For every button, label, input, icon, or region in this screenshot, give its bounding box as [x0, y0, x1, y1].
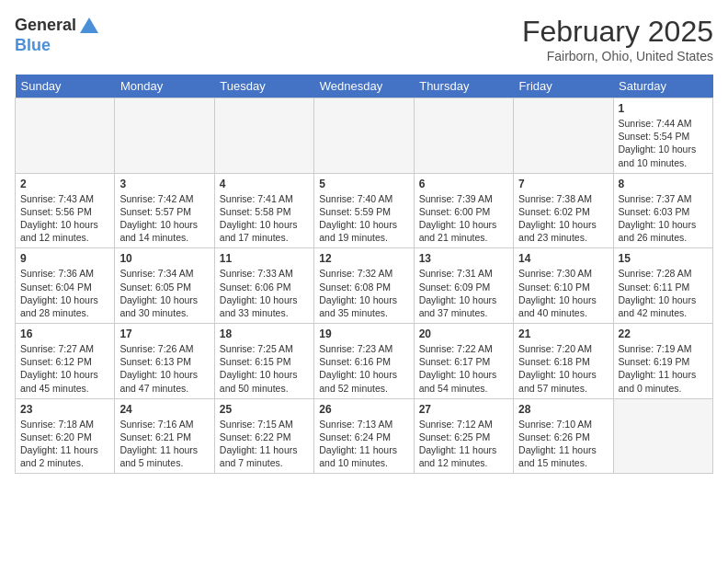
day-number: 9: [20, 252, 109, 265]
calendar-cell: 14Sunrise: 7:30 AM Sunset: 6:10 PM Dayli…: [514, 248, 613, 324]
day-info: Sunrise: 7:19 AM Sunset: 6:19 PM Dayligh…: [619, 342, 708, 395]
calendar-cell: 18Sunrise: 7:25 AM Sunset: 6:15 PM Dayli…: [214, 324, 313, 399]
day-info: Sunrise: 7:36 AM Sunset: 6:04 PM Dayligh…: [20, 267, 109, 319]
day-info: Sunrise: 7:26 AM Sunset: 6:13 PM Dayligh…: [119, 342, 209, 395]
day-number: 28: [518, 403, 608, 416]
header-wednesday: Wednesday: [314, 75, 414, 98]
day-info: Sunrise: 7:15 AM Sunset: 6:22 PM Dayligh…: [220, 418, 309, 470]
calendar-cell: 11Sunrise: 7:33 AM Sunset: 6:06 PM Dayli…: [214, 248, 313, 324]
month-title: February 2025: [522, 15, 713, 49]
calendar-cell: 4Sunrise: 7:41 AM Sunset: 5:58 PM Daylig…: [214, 173, 313, 248]
day-info: Sunrise: 7:22 AM Sunset: 6:17 PM Dayligh…: [419, 342, 508, 395]
day-info: Sunrise: 7:12 AM Sunset: 6:25 PM Dayligh…: [419, 418, 508, 470]
calendar-cell: 1Sunrise: 7:44 AM Sunset: 5:54 PM Daylig…: [613, 98, 712, 174]
calendar-week-4: 23Sunrise: 7:18 AM Sunset: 6:20 PM Dayli…: [16, 398, 713, 474]
day-info: Sunrise: 7:16 AM Sunset: 6:21 PM Dayligh…: [119, 418, 209, 470]
calendar-cell: 6Sunrise: 7:39 AM Sunset: 6:00 PM Daylig…: [414, 173, 513, 248]
day-number: 17: [119, 327, 209, 340]
calendar-week-3: 16Sunrise: 7:27 AM Sunset: 6:12 PM Dayli…: [16, 324, 713, 399]
day-number: 19: [319, 327, 408, 340]
calendar-table: SundayMondayTuesdayWednesdayThursdayFrid…: [15, 75, 713, 474]
calendar-cell: 17Sunrise: 7:26 AM Sunset: 6:13 PM Dayli…: [115, 324, 214, 399]
calendar-cell: 22Sunrise: 7:19 AM Sunset: 6:19 PM Dayli…: [613, 324, 712, 399]
calendar-cell: 15Sunrise: 7:28 AM Sunset: 6:11 PM Dayli…: [613, 248, 712, 324]
calendar-cell: 23Sunrise: 7:18 AM Sunset: 6:20 PM Dayli…: [16, 398, 115, 474]
day-info: Sunrise: 7:13 AM Sunset: 6:24 PM Dayligh…: [319, 418, 408, 470]
calendar-week-0: 1Sunrise: 7:44 AM Sunset: 5:54 PM Daylig…: [16, 98, 713, 174]
calendar-cell: 5Sunrise: 7:40 AM Sunset: 5:59 PM Daylig…: [314, 173, 414, 248]
header-friday: Friday: [514, 75, 613, 98]
day-number: 27: [419, 403, 508, 416]
day-number: 20: [419, 327, 508, 340]
logo-blue-text: Blue: [15, 37, 100, 55]
day-number: 6: [419, 178, 508, 190]
day-info: Sunrise: 7:25 AM Sunset: 6:15 PM Dayligh…: [220, 342, 309, 395]
day-info: Sunrise: 7:33 AM Sunset: 6:06 PM Dayligh…: [220, 267, 309, 319]
calendar-cell: 7Sunrise: 7:38 AM Sunset: 6:02 PM Daylig…: [514, 173, 613, 248]
day-info: Sunrise: 7:31 AM Sunset: 6:09 PM Dayligh…: [419, 267, 508, 319]
title-block: February 2025 Fairborn, Ohio, United Sta…: [522, 15, 713, 63]
calendar-cell: 8Sunrise: 7:37 AM Sunset: 6:03 PM Daylig…: [613, 173, 712, 248]
day-number: 24: [119, 403, 209, 416]
calendar-cell: 24Sunrise: 7:16 AM Sunset: 6:21 PM Dayli…: [115, 398, 214, 474]
logo-general-text: General: [15, 17, 76, 35]
day-number: 15: [619, 252, 708, 265]
day-number: 21: [518, 327, 608, 340]
calendar-week-2: 9Sunrise: 7:36 AM Sunset: 6:04 PM Daylig…: [16, 248, 713, 324]
calendar-cell: [514, 98, 613, 174]
day-info: Sunrise: 7:23 AM Sunset: 6:16 PM Dayligh…: [319, 342, 408, 395]
header-tuesday: Tuesday: [214, 75, 313, 98]
calendar-cell: 16Sunrise: 7:27 AM Sunset: 6:12 PM Dayli…: [16, 324, 115, 399]
day-info: Sunrise: 7:10 AM Sunset: 6:26 PM Dayligh…: [518, 418, 608, 470]
day-info: Sunrise: 7:18 AM Sunset: 6:20 PM Dayligh…: [20, 418, 109, 470]
day-number: 1: [619, 102, 708, 115]
day-info: Sunrise: 7:20 AM Sunset: 6:18 PM Dayligh…: [518, 342, 608, 395]
calendar-cell: 21Sunrise: 7:20 AM Sunset: 6:18 PM Dayli…: [514, 324, 613, 399]
day-number: 18: [220, 327, 309, 340]
header-sunday: Sunday: [16, 75, 115, 98]
day-info: Sunrise: 7:28 AM Sunset: 6:11 PM Dayligh…: [619, 267, 708, 319]
day-number: 3: [119, 178, 209, 190]
svg-marker-0: [80, 17, 98, 33]
day-number: 8: [619, 178, 708, 190]
day-number: 16: [20, 327, 109, 340]
location: Fairborn, Ohio, United States: [522, 49, 713, 63]
day-number: 13: [419, 252, 508, 265]
calendar-cell: 9Sunrise: 7:36 AM Sunset: 6:04 PM Daylig…: [16, 248, 115, 324]
day-info: Sunrise: 7:38 AM Sunset: 6:02 PM Dayligh…: [518, 192, 608, 245]
day-number: 26: [319, 403, 408, 416]
day-info: Sunrise: 7:44 AM Sunset: 5:54 PM Dayligh…: [619, 117, 708, 169]
day-number: 12: [319, 252, 408, 265]
day-info: Sunrise: 7:27 AM Sunset: 6:12 PM Dayligh…: [20, 342, 109, 395]
calendar-cell: [314, 98, 414, 174]
calendar-cell: 19Sunrise: 7:23 AM Sunset: 6:16 PM Dayli…: [314, 324, 414, 399]
calendar-cell: [16, 98, 115, 174]
day-number: 10: [119, 252, 209, 265]
page-header: General Blue February 2025 Fairborn, Ohi…: [15, 15, 713, 63]
calendar-cell: 2Sunrise: 7:43 AM Sunset: 5:56 PM Daylig…: [16, 173, 115, 248]
day-number: 14: [518, 252, 608, 265]
day-info: Sunrise: 7:32 AM Sunset: 6:08 PM Dayligh…: [319, 267, 408, 319]
day-info: Sunrise: 7:41 AM Sunset: 5:58 PM Dayligh…: [220, 192, 309, 245]
calendar-header-row: SundayMondayTuesdayWednesdayThursdayFrid…: [16, 75, 713, 98]
calendar-cell: 26Sunrise: 7:13 AM Sunset: 6:24 PM Dayli…: [314, 398, 414, 474]
day-number: 23: [20, 403, 109, 416]
calendar-cell: [414, 98, 513, 174]
calendar-cell: 13Sunrise: 7:31 AM Sunset: 6:09 PM Dayli…: [414, 248, 513, 324]
calendar-cell: 3Sunrise: 7:42 AM Sunset: 5:57 PM Daylig…: [115, 173, 214, 248]
header-thursday: Thursday: [414, 75, 513, 98]
day-info: Sunrise: 7:42 AM Sunset: 5:57 PM Dayligh…: [119, 192, 209, 245]
day-number: 7: [518, 178, 608, 190]
day-info: Sunrise: 7:37 AM Sunset: 6:03 PM Dayligh…: [619, 192, 708, 245]
calendar-cell: [115, 98, 214, 174]
calendar-cell: 25Sunrise: 7:15 AM Sunset: 6:22 PM Dayli…: [214, 398, 313, 474]
logo: General Blue: [15, 15, 100, 55]
day-number: 25: [220, 403, 309, 416]
day-info: Sunrise: 7:39 AM Sunset: 6:00 PM Dayligh…: [419, 192, 508, 245]
day-info: Sunrise: 7:40 AM Sunset: 5:59 PM Dayligh…: [319, 192, 408, 245]
header-saturday: Saturday: [613, 75, 712, 98]
calendar-cell: 27Sunrise: 7:12 AM Sunset: 6:25 PM Dayli…: [414, 398, 513, 474]
day-number: 5: [319, 178, 408, 190]
day-number: 11: [220, 252, 309, 265]
calendar-cell: [214, 98, 313, 174]
